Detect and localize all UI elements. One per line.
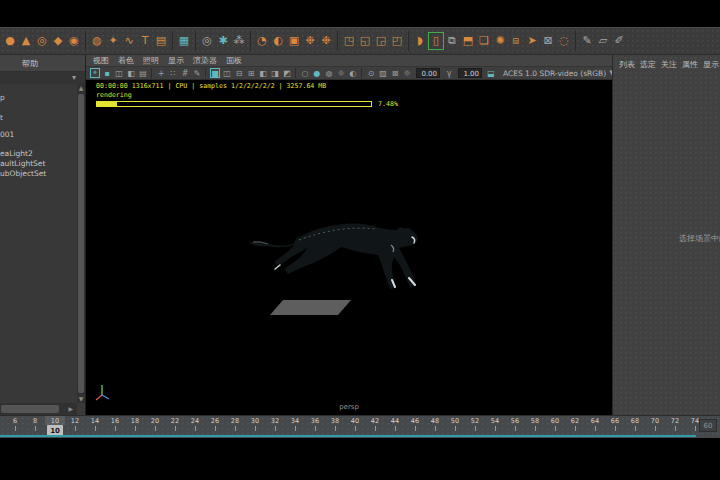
type-tool-icon[interactable]: T: [137, 32, 153, 50]
outliner-help-menu[interactable]: 帮助: [22, 58, 38, 69]
poly-sphere-icon[interactable]: ●: [2, 32, 18, 50]
frame-cell[interactable]: 8: [25, 417, 45, 431]
frame-cell[interactable]: 46: [405, 417, 425, 431]
frame-cell[interactable]: 12: [65, 417, 85, 431]
exposure-icon[interactable]: ☼: [401, 67, 413, 79]
poly-disc-icon[interactable]: ◉: [66, 32, 82, 50]
layout-stack-icon[interactable]: ⊟: [233, 67, 245, 79]
multi-cut-icon[interactable]: ❏: [476, 32, 492, 50]
crowd-tool-icon[interactable]: ⁂: [231, 32, 247, 50]
wireframe-mode-icon[interactable]: ○: [299, 67, 311, 79]
stack-tool-icon[interactable]: ⧈: [508, 32, 524, 50]
frame-cell[interactable]: 42: [365, 417, 385, 431]
range-slider-bar[interactable]: [0, 435, 696, 437]
outliner-item-area-light[interactable]: eaLight2: [0, 149, 33, 158]
poly-plane-icon[interactable]: ◆: [50, 32, 66, 50]
end-frame-field[interactable]: 60: [699, 419, 717, 432]
menu-show[interactable]: 显示: [168, 55, 184, 66]
scroll-down-icon[interactable]: ▼: [77, 395, 85, 403]
shaded-mode-icon[interactable]: ●: [311, 67, 323, 79]
light-editor-icon[interactable]: ◎: [199, 32, 215, 50]
frame-cell[interactable]: 18: [125, 417, 145, 431]
pan-zoom-icon[interactable]: +: [155, 67, 167, 79]
nurbs-sphere-icon[interactable]: ◍: [89, 32, 105, 50]
frame-cell[interactable]: 52: [465, 417, 485, 431]
shadows-icon[interactable]: ◐: [347, 67, 359, 79]
frame-cell[interactable]: 44: [385, 417, 405, 431]
active-tool-icon[interactable]: ▯: [428, 32, 444, 50]
chevron-down-icon[interactable]: ▾: [72, 73, 76, 82]
frame-cell[interactable]: 56: [505, 417, 525, 431]
frame-cell[interactable]: 24: [185, 417, 205, 431]
menu-focus[interactable]: 关注: [661, 59, 677, 70]
xray-mode-icon[interactable]: ▨: [377, 67, 389, 79]
menu-list[interactable]: 列表: [619, 59, 635, 70]
menu-shading[interactable]: 着色: [118, 55, 134, 66]
dotted-sphere-icon[interactable]: ◌: [556, 32, 572, 50]
paint-tool-icon[interactable]: ✐: [611, 32, 627, 50]
frame-cell[interactable]: 66: [605, 417, 625, 431]
isolate-select-icon[interactable]: ⊙: [365, 67, 377, 79]
outliner-item-mesh[interactable]: 001: [0, 130, 14, 139]
layout-single-icon[interactable]: ■: [209, 67, 221, 79]
gamma-icon[interactable]: γ: [443, 67, 455, 79]
frame-cell[interactable]: 6: [5, 417, 25, 431]
sweep-arrow-icon[interactable]: ➤: [524, 32, 540, 50]
poly-torus-icon[interactable]: ◎: [34, 32, 50, 50]
outliner-item-top[interactable]: t: [0, 113, 3, 122]
quad-draw-icon[interactable]: ▱: [595, 32, 611, 50]
frame-cell[interactable]: 34: [285, 417, 305, 431]
frame-cell[interactable]: 26: [205, 417, 225, 431]
gate-mask-icon[interactable]: ⊠: [389, 67, 401, 79]
colorspace-dropdown[interactable]: ACES 1.0 SDR-video (sRGB) ▼: [500, 67, 618, 79]
sparkle-tool-icon[interactable]: ✦: [105, 32, 121, 50]
node-editor-icon[interactable]: ▦: [176, 32, 192, 50]
bifrost-graph-icon[interactable]: ❉: [302, 32, 318, 50]
paint-effects-icon[interactable]: ◔: [254, 32, 270, 50]
textured-mode-icon[interactable]: ◍: [323, 67, 335, 79]
menu-view[interactable]: 视图: [93, 55, 109, 66]
select-camera-icon[interactable]: ⌖: [89, 67, 101, 79]
camera-attributes-icon[interactable]: ◫: [113, 67, 125, 79]
frame-cell[interactable]: 48: [425, 417, 445, 431]
frame-cell[interactable]: 70: [645, 417, 665, 431]
layout-two-pane-icon[interactable]: ◫: [221, 67, 233, 79]
gamma-field[interactable]: 1.00: [458, 68, 482, 78]
frame-cell[interactable]: 54: [485, 417, 505, 431]
exposure-field[interactable]: 0.00: [416, 68, 440, 78]
menu-attributes[interactable]: 属性: [682, 59, 698, 70]
time-slider[interactable]: 6 8 10 12 14: [0, 415, 720, 438]
frame-cell[interactable]: 16: [105, 417, 125, 431]
lock-camera-icon[interactable]: ▪: [101, 67, 113, 79]
texture-tile-icon[interactable]: ▣: [286, 32, 302, 50]
outliner-item-default-light-set[interactable]: aultLightSet: [0, 159, 45, 168]
menu-lighting[interactable]: 照明: [143, 55, 159, 66]
frame-cell[interactable]: 60: [545, 417, 565, 431]
frame-cell[interactable]: 20: [145, 417, 165, 431]
menu-panels[interactable]: 面板: [226, 55, 242, 66]
menu-selected[interactable]: 选定: [640, 59, 656, 70]
curves-tool-icon[interactable]: ∿: [121, 32, 137, 50]
multi-sample-icon[interactable]: ∷: [167, 67, 179, 79]
scrollbar-thumb[interactable]: [78, 94, 84, 393]
outliner-item-default-object-set[interactable]: ubObjectSet: [0, 169, 46, 178]
layout-four-pane-icon[interactable]: ⊞: [245, 67, 257, 79]
render-viewport[interactable]: 00:00:00 1316x711 | CPU | samples 1/2/2/…: [86, 80, 612, 415]
svg-tool-icon[interactable]: ▤: [153, 32, 169, 50]
frame-cell[interactable]: 36: [305, 417, 325, 431]
grease-pencil-icon[interactable]: ✎: [191, 67, 203, 79]
mirror-tool-icon[interactable]: ⧉: [444, 32, 460, 50]
frame-cell[interactable]: 14: [85, 417, 105, 431]
frame-cell[interactable]: 62: [565, 417, 585, 431]
cube-tool-icon[interactable]: ⬒: [460, 32, 476, 50]
sphere-corner-b-icon[interactable]: ◱: [357, 32, 373, 50]
scroll-up-icon[interactable]: ▲: [77, 84, 85, 92]
sphere-corner-d-icon[interactable]: ◰: [389, 32, 405, 50]
sphere-corner-a-icon[interactable]: ◳: [341, 32, 357, 50]
frame-cell[interactable]: 22: [165, 417, 185, 431]
layout-left-split-icon[interactable]: ◧: [257, 67, 269, 79]
snap-grid-icon[interactable]: #: [179, 67, 191, 79]
outliner-item-persp[interactable]: p: [0, 93, 5, 102]
menu-show[interactable]: 显示: [703, 59, 719, 70]
frame-cell[interactable]: 50: [445, 417, 465, 431]
